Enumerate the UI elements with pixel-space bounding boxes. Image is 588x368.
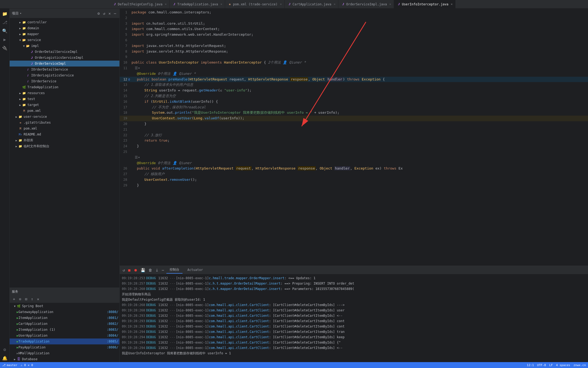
record-icon[interactable]: ⏺ xyxy=(133,267,138,273)
code-text[interactable]: public class UserInfoInterceptor impleme… xyxy=(129,60,588,65)
tab-console[interactable]: 控制台 xyxy=(166,266,182,274)
service-itemapplication1[interactable]: ▶ ItemApplication (1) :8083/ xyxy=(10,327,119,333)
run-status-icon[interactable]: ▶ xyxy=(17,346,19,349)
tree-item-pomxml[interactable]: M pom.xml xyxy=(10,108,119,114)
tree-item-test[interactable]: ▶ 📁 test xyxy=(10,96,119,102)
gear-icon[interactable]: ⚙ xyxy=(96,11,101,16)
plugin-icon[interactable]: 🔌 xyxy=(1,44,9,52)
eye-icon[interactable]: ⊙ xyxy=(18,296,22,302)
run-status-icon[interactable]: ▶ xyxy=(17,334,19,337)
line-ending[interactable]: LF xyxy=(549,363,553,367)
code-text[interactable]: // 3.放行 xyxy=(129,133,588,138)
code-text[interactable]: if (StrUtil.isNotBlank(userInfo)) { xyxy=(129,99,588,105)
code-text[interactable]: } xyxy=(129,143,588,149)
chevron-down-icon[interactable]: ▾ xyxy=(20,12,21,15)
close-services-icon[interactable]: ✕ xyxy=(36,296,40,302)
code-text[interactable]: import javax.servlet.http.HttpServletRes… xyxy=(129,49,588,54)
code-text[interactable]: // 1.获取请求头中的用户信息 xyxy=(129,82,588,88)
encoding[interactable]: UTF-8 xyxy=(537,363,546,367)
code-text[interactable]: } xyxy=(129,183,588,188)
tab-cartapplication[interactable]: J CartApplication.java ✕ xyxy=(285,0,338,9)
tree-item-target[interactable]: ▶ 📁 target xyxy=(10,102,119,108)
code-text[interactable]: public boolean preHandle(HttpServletRequ… xyxy=(129,77,588,82)
tree-item-orderserviceimpl[interactable]: J OrderServiceImpl xyxy=(10,61,119,67)
tree-item-service[interactable]: ▼ 📂 service xyxy=(10,37,119,43)
service-itemapplication[interactable]: ▶ ItemApplication :8081/ xyxy=(10,315,119,321)
project-icon[interactable]: 📁 xyxy=(1,10,9,18)
code-text[interactable]: // 不为空，保存到ThreadLocal xyxy=(129,105,588,110)
tab-close-icon[interactable]: ✕ xyxy=(334,2,335,6)
tab-actuator[interactable]: Actuator xyxy=(184,267,206,273)
tree-item-controller[interactable]: ▶ 📁 controller xyxy=(10,19,119,25)
settings-icon[interactable]: ⚙ xyxy=(1,345,9,354)
code-text[interactable]: } xyxy=(129,121,588,127)
tree-item-userservice[interactable]: ▶ 📁 user-service xyxy=(10,114,119,120)
clear-icon[interactable]: 🗑 xyxy=(148,267,153,273)
tree-item-impl[interactable]: ▼ 📂 impl xyxy=(10,43,119,49)
service-cartapplication[interactable]: ▶ CartApplication :8082/ xyxy=(10,321,119,327)
tree-item-root-pomxml[interactable]: M pom.xml xyxy=(10,126,119,131)
service-hmallapplication[interactable]: ▶ HMallApplication xyxy=(10,350,119,356)
run-status-icon[interactable]: ▶ xyxy=(17,322,19,326)
run-status-icon[interactable]: ▶ xyxy=(17,328,19,332)
git-branch[interactable]: ⎇ master xyxy=(2,363,17,367)
tree-item-resources[interactable]: ▶ 📁 resources xyxy=(10,90,119,96)
close-icon[interactable]: ✕ xyxy=(107,11,112,16)
service-payapplication[interactable]: ▶ PayApplication :8086/ xyxy=(10,344,119,350)
git-icon[interactable]: ⎇ xyxy=(1,18,9,26)
code-text[interactable]: return true; xyxy=(129,138,588,143)
code-text[interactable]: // 移除用户 xyxy=(129,171,588,177)
code-text[interactable]: import cn.hutool.core.util.StrUtil; xyxy=(129,21,588,27)
restart-icon[interactable]: ↺ xyxy=(122,267,126,273)
code-text[interactable]: public void afterCompletion(HttpServletR… xyxy=(129,166,588,171)
indent[interactable]: 4 spaces xyxy=(556,363,570,367)
tab-pomxml[interactable]: m pom.xml (trade-service) ✕ xyxy=(225,0,285,9)
tab-close-icon[interactable]: ✕ xyxy=(451,2,453,6)
code-text[interactable]: // 2.判断是否为空 xyxy=(129,93,588,99)
code-text[interactable]: @Override 0个用法 👤 Qiuner xyxy=(129,160,588,166)
stop-icon[interactable]: ■ xyxy=(127,267,131,273)
code-text[interactable]: import com.hmall.common.utils.UserContex… xyxy=(129,26,588,32)
code-text[interactable]: UserContext.removeUser(); xyxy=(129,177,588,183)
tree-item-iorderdetailservice[interactable]: 𝐼 IOrderDetailService xyxy=(10,67,119,72)
tree-item-mapper[interactable]: ▶ 📁 mapper xyxy=(10,31,119,37)
run-status-icon[interactable]: ▶ xyxy=(17,340,19,343)
service-gatewayapplication[interactable]: ▶ GatewayApplication :8080/ xyxy=(10,309,119,315)
tree-item-iorderservice[interactable]: 𝐼 IOrderService xyxy=(10,78,119,84)
tree-item-orderlogisticsserviceimpl[interactable]: J OrderLogisticsServiceImpl xyxy=(10,55,119,61)
code-text[interactable]: import org.springframework.web.servlet.H… xyxy=(129,32,588,38)
up-icon[interactable]: ↑ xyxy=(30,296,34,302)
more-icon[interactable]: ⋯ xyxy=(161,267,165,273)
code-text[interactable]: package com.hmall.common.interceptors; xyxy=(129,10,588,15)
run-status-icon[interactable]: ▶ xyxy=(17,316,19,320)
code-text[interactable]: import javax.servlet.http.HttpServletReq… xyxy=(129,43,588,49)
code-text[interactable]: @Override 0个用法 👤 Qiuner * xyxy=(129,71,588,77)
refresh-icon[interactable]: ↺ xyxy=(102,11,106,16)
save-log-icon[interactable]: 💾 xyxy=(140,267,146,273)
tree-item-domain[interactable]: ▶ 📁 domain xyxy=(10,25,119,31)
tree-item-external-libs[interactable]: ▶ 📁 外部库 xyxy=(10,137,119,143)
tree-item-scratch[interactable]: ▶ 📁 临时文件和控制台 xyxy=(10,143,119,149)
code-text[interactable]: String userInfo = request.getHeader(≤ "u… xyxy=(129,88,588,93)
tree-item-orderdetailserviceimpl[interactable]: J OrderDetailServiceImpl xyxy=(10,49,119,55)
tree-item-readme[interactable]: M↑ README.md xyxy=(10,131,119,137)
services-header[interactable]: 服务 xyxy=(10,288,119,295)
tree-item-iorderlogisticsservice[interactable]: 𝐼 IOrderLogisticsService xyxy=(10,72,119,78)
code-text[interactable]: System.out.println("我是UserInfoIntercepto… xyxy=(129,110,588,116)
springboot-group[interactable]: ▼ 🌿 Spring Boot xyxy=(10,303,119,309)
service-userapplication[interactable]: ▶ UserApplication :8084/ xyxy=(10,333,119,338)
tab-userinfointerceptor[interactable]: J UserInfoInterceptor.java ✕ xyxy=(394,0,455,9)
code-text[interactable]: ☰▾ xyxy=(129,155,588,160)
run-icon[interactable]: ▶ xyxy=(1,35,9,43)
service-database[interactable]: ▶ 🗄 Database xyxy=(10,356,119,362)
tree-item-tradeapplication[interactable]: 🌿 TradeApplication xyxy=(10,84,119,90)
tab-close-icon[interactable]: ✕ xyxy=(165,2,167,6)
tab-close-icon[interactable]: ✕ xyxy=(389,2,391,6)
add-service-icon[interactable]: + xyxy=(12,296,16,302)
line-col[interactable]: 12:1 xyxy=(527,363,534,367)
tree-item-gitattributes[interactable]: ≡ .gitattributes xyxy=(10,120,119,126)
scroll-icon[interactable]: ⤓ xyxy=(155,267,159,273)
code-text[interactable]: ☰▾ xyxy=(129,65,588,71)
notification-icon[interactable]: 🔔 xyxy=(1,354,9,362)
service-tradeapplication[interactable]: ▶ TradeApplication :8085/ xyxy=(10,338,119,344)
